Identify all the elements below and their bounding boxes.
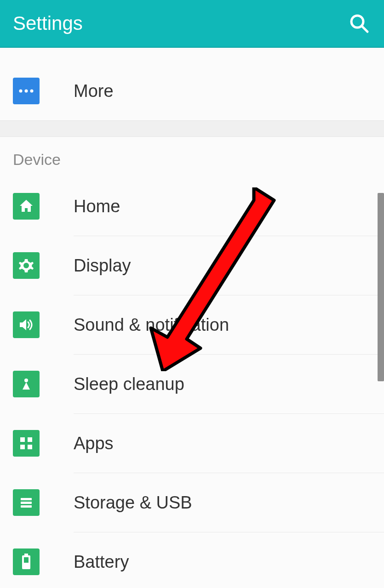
list-item-label: Display [74,256,384,276]
svg-rect-16 [24,557,29,563]
search-icon [348,12,370,34]
list-item-label: Battery [74,552,384,572]
search-button[interactable] [347,11,371,35]
settings-list: More Device Home Display [0,48,384,588]
svg-rect-14 [24,554,28,555]
page-title: Settings [13,12,83,34]
list-item-apps[interactable]: Apps [0,414,384,473]
storage-icon [13,489,40,516]
list-item-battery[interactable]: Battery [0,532,384,588]
list-item-display[interactable]: Display [0,236,384,295]
section-divider [0,120,384,137]
apps-icon [13,430,40,457]
list-item-label: Sound & notification [74,315,384,335]
more-icon [13,78,40,104]
battery-icon [13,548,40,575]
svg-point-5 [23,263,29,268]
clean-icon [13,371,40,397]
svg-point-2 [19,90,23,93]
list-item-home[interactable]: Home [0,177,384,236]
svg-rect-12 [21,502,32,504]
svg-rect-7 [20,437,25,442]
list-item-label: Sleep cleanup [74,374,384,394]
app-header: Settings [0,0,384,48]
svg-rect-9 [20,445,25,449]
list-item-label: Storage & USB [74,493,384,513]
scrollbar[interactable] [378,193,384,381]
list-item-sleep[interactable]: Sleep cleanup [0,355,384,413]
svg-rect-10 [28,445,32,449]
list-item-storage[interactable]: Storage & USB [0,473,384,532]
svg-point-4 [30,90,34,93]
svg-point-3 [25,90,28,93]
list-item-label: More [74,81,384,101]
list-item-more[interactable]: More [0,62,384,120]
list-item-label: Home [74,197,384,216]
section-header-device: Device [0,137,384,177]
svg-rect-8 [28,437,32,442]
svg-point-6 [24,379,28,382]
svg-rect-11 [21,498,32,500]
list-item-label: Apps [74,434,384,453]
home-icon [13,193,40,220]
svg-rect-13 [21,505,32,508]
sound-icon [13,311,40,338]
svg-line-1 [362,26,367,32]
list-item-sound[interactable]: Sound & notification [0,295,384,354]
gear-icon [13,252,40,279]
